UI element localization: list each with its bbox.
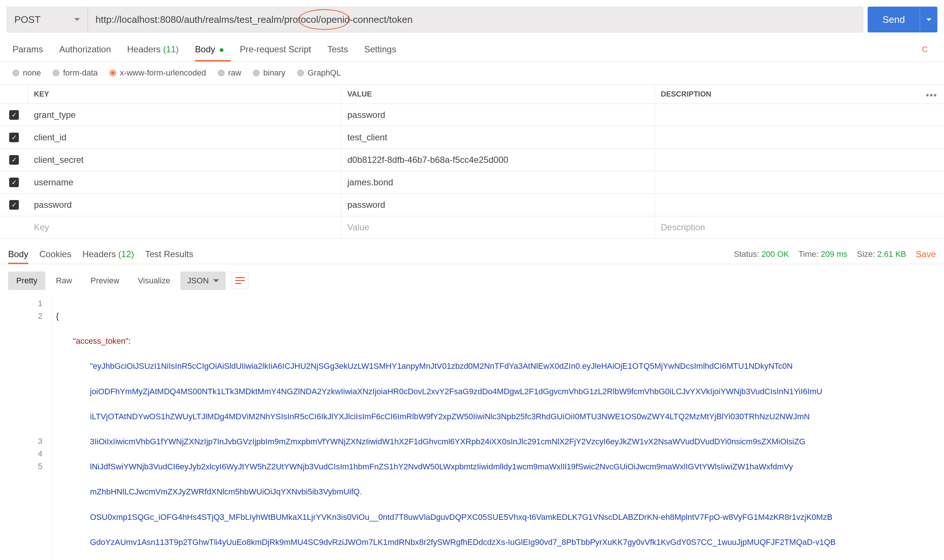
table-row: ✓ username james.bond bbox=[0, 171, 944, 194]
url-input[interactable]: http://localhost:8080/auth/realms/test_r… bbox=[88, 7, 863, 32]
value-cell[interactable]: test_client bbox=[341, 126, 655, 148]
table-row: ✓ password password bbox=[0, 194, 944, 216]
size-block: Size: 2.61 KB bbox=[857, 249, 906, 259]
chevron-down-icon bbox=[213, 279, 219, 282]
send-button[interactable]: Send bbox=[868, 7, 920, 32]
radio-icon bbox=[110, 70, 116, 76]
chevron-down-icon bbox=[926, 18, 932, 21]
code-content: { "access_token": "eyJhbGciOiJSUzI1NiIsI… bbox=[52, 297, 944, 560]
column-description: DESCRIPTION ••• bbox=[655, 85, 944, 103]
time-block: Time: 209 ms bbox=[799, 249, 847, 259]
value-cell[interactable]: james.bond bbox=[341, 171, 655, 194]
line-gutter: 1 2 3 4 5 bbox=[0, 297, 52, 560]
tab-body[interactable]: Body bbox=[195, 38, 224, 61]
tab-params[interactable]: Params bbox=[12, 38, 43, 61]
desc-cell[interactable] bbox=[655, 109, 944, 121]
key-cell[interactable]: username bbox=[28, 171, 341, 194]
radio-icon bbox=[53, 70, 59, 76]
radio-icon bbox=[253, 70, 260, 76]
row-checkbox[interactable]: ✓ bbox=[9, 132, 19, 142]
body-type-none[interactable]: none bbox=[12, 68, 41, 78]
headers-count: (11) bbox=[163, 44, 179, 54]
send-dropdown-button[interactable] bbox=[920, 7, 937, 32]
method-label: POST bbox=[14, 14, 40, 25]
response-body-editor[interactable]: 1 2 3 4 5 { "access_token": "eyJhbGciOiJ… bbox=[0, 297, 944, 560]
row-checkbox[interactable]: ✓ bbox=[9, 200, 19, 210]
table-row: ✓ grant_type password bbox=[0, 104, 944, 126]
view-pretty-button[interactable]: Pretty bbox=[8, 272, 45, 290]
status-block: Status: 200 OK bbox=[734, 249, 789, 259]
key-cell[interactable]: grant_type bbox=[28, 104, 341, 126]
tab-tests[interactable]: Tests bbox=[327, 38, 348, 61]
row-checkbox[interactable]: ✓ bbox=[9, 110, 19, 120]
tab-headers[interactable]: Headers (11) bbox=[127, 38, 179, 61]
resp-tab-cookies[interactable]: Cookies bbox=[39, 245, 71, 264]
tab-body-label: Body bbox=[195, 44, 215, 54]
body-type-form-data[interactable]: form-data bbox=[53, 68, 98, 78]
tab-settings[interactable]: Settings bbox=[364, 38, 396, 61]
value-cell[interactable]: password bbox=[341, 194, 655, 216]
body-params-table: KEY VALUE DESCRIPTION ••• ✓ grant_type p… bbox=[0, 85, 944, 239]
radio-icon bbox=[297, 70, 304, 76]
row-checkbox[interactable]: ✓ bbox=[9, 155, 19, 165]
value-cell[interactable]: d0b8122f-8dfb-46b7-b68a-f5cc4e25d000 bbox=[341, 149, 655, 171]
resp-headers-count: (12) bbox=[118, 249, 134, 259]
desc-cell[interactable] bbox=[655, 177, 944, 188]
key-placeholder[interactable]: Key bbox=[28, 216, 341, 238]
body-type-binary[interactable]: binary bbox=[253, 68, 285, 78]
tab-authorization[interactable]: Authorization bbox=[59, 38, 111, 61]
radio-icon bbox=[218, 70, 225, 76]
wrap-icon bbox=[235, 277, 245, 285]
resp-tab-headers[interactable]: Headers (12) bbox=[82, 245, 134, 264]
view-raw-button[interactable]: Raw bbox=[48, 272, 80, 290]
key-cell[interactable]: password bbox=[28, 194, 341, 216]
key-cell[interactable]: client_id bbox=[28, 126, 341, 148]
url-value: http://localhost:8080/auth/realms/test_r… bbox=[96, 14, 413, 25]
format-select[interactable]: JSON bbox=[180, 272, 226, 290]
value-cell[interactable]: password bbox=[341, 104, 655, 126]
wrap-lines-button[interactable] bbox=[231, 272, 248, 289]
method-select[interactable]: POST bbox=[7, 7, 88, 32]
column-key: KEY bbox=[28, 85, 341, 103]
view-visualize-button[interactable]: Visualize bbox=[130, 272, 179, 290]
table-row-new: Key Value Description bbox=[0, 216, 944, 239]
value-placeholder[interactable]: Value bbox=[341, 216, 655, 238]
bulk-edit-icon[interactable]: ••• bbox=[926, 90, 937, 100]
row-checkbox[interactable]: ✓ bbox=[9, 178, 19, 187]
desc-placeholder[interactable]: Description bbox=[655, 216, 944, 238]
desc-cell[interactable] bbox=[655, 154, 944, 166]
table-row: ✓ client_id test_client bbox=[0, 126, 944, 149]
save-response-button[interactable]: Save bbox=[916, 249, 936, 259]
cookies-link[interactable]: C bbox=[922, 45, 932, 54]
chevron-down-icon bbox=[74, 18, 80, 21]
table-row: ✓ client_secret d0b8122f-8dfb-46b7-b68a-… bbox=[0, 149, 944, 171]
resp-tab-tests[interactable]: Test Results bbox=[145, 245, 194, 264]
key-cell[interactable]: client_secret bbox=[28, 149, 341, 171]
tab-headers-label: Headers bbox=[127, 44, 161, 54]
column-value: VALUE bbox=[341, 85, 655, 103]
body-indicator-icon bbox=[220, 48, 224, 52]
radio-icon bbox=[12, 70, 19, 76]
desc-cell[interactable] bbox=[655, 199, 944, 211]
resp-tab-body[interactable]: Body bbox=[8, 245, 28, 264]
desc-cell[interactable] bbox=[655, 132, 944, 143]
view-preview-button[interactable]: Preview bbox=[82, 272, 127, 290]
tab-prerequest[interactable]: Pre-request Script bbox=[240, 38, 311, 61]
body-type-raw[interactable]: raw bbox=[218, 68, 241, 78]
body-type-urlencoded[interactable]: x-www-form-urlencoded bbox=[110, 68, 206, 78]
body-type-graphql[interactable]: GraphQL bbox=[297, 68, 341, 78]
